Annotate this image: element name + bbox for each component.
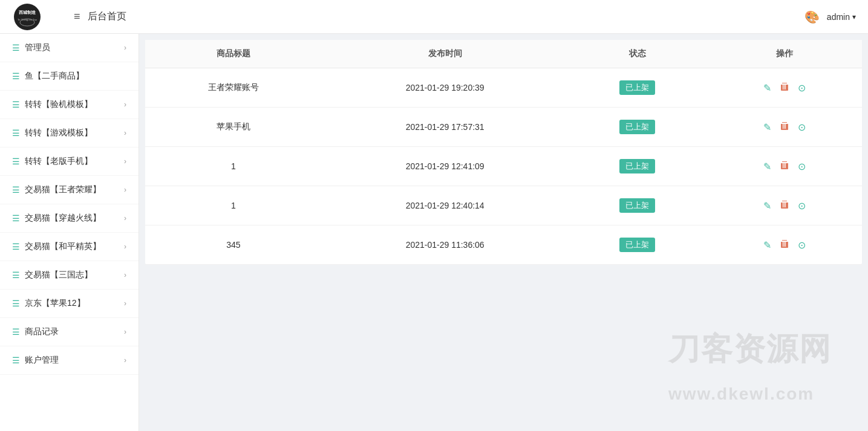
hamburger-icon: ☰ <box>12 355 20 365</box>
arrow-icon: › <box>124 242 126 251</box>
sidebar-item-transfer-verify[interactable]: ☰ 转转【验机模板】 › <box>0 91 139 119</box>
cell-status: 已上架 <box>568 186 706 225</box>
sidebar-item-left: ☰ 转转【老版手机】 <box>12 156 93 167</box>
delete-icon[interactable] <box>780 121 789 133</box>
arrow-icon: › <box>124 328 126 336</box>
col-status: 状态 <box>568 40 706 68</box>
col-time: 发布时间 <box>322 40 569 68</box>
action-icons: ✎ ⊙ <box>716 239 852 251</box>
arrow-icon: › <box>124 356 126 365</box>
edit-icon[interactable]: ✎ <box>763 239 771 251</box>
more-icon[interactable]: ⊙ <box>798 239 806 251</box>
more-icon[interactable]: ⊙ <box>798 82 806 94</box>
header-right: 🎨 admin <box>804 10 856 24</box>
hamburger-icon: ☰ <box>12 242 20 251</box>
table-wrapper: 商品标题 发布时间 状态 操作 王者荣耀账号 2021-01-29 19:20:… <box>145 40 862 265</box>
sidebar-item-label: 管理员 <box>25 42 50 53</box>
sidebar-item-trading-sanguo[interactable]: ☰ 交易猫【三国志】 › <box>0 261 139 290</box>
sidebar-item-left: ☰ 交易猫【穿越火线】 <box>12 213 101 224</box>
palette-icon[interactable]: 🎨 <box>804 10 820 24</box>
cell-time: 2021-01-29 12:40:14 <box>322 186 569 225</box>
cell-status: 已上架 <box>568 68 706 108</box>
product-table: 商品标题 发布时间 状态 操作 王者荣耀账号 2021-01-29 19:20:… <box>145 40 862 265</box>
sidebar-item-trading-crossfire[interactable]: ☰ 交易猫【穿越火线】 › <box>0 204 139 233</box>
hamburger-icon: ☰ <box>12 213 20 223</box>
sidebar-item-manager[interactable]: ☰ 管理员 › <box>0 34 139 62</box>
sidebar-item-jd-apple12[interactable]: ☰ 京东【苹果12】 › <box>0 290 139 318</box>
cell-action: ✎ ⊙ <box>706 186 862 225</box>
sidebar-item-left: ☰ 转转【验机模板】 <box>12 99 93 110</box>
sidebar-item-label: 转转【游戏模板】 <box>25 128 93 138</box>
cell-status: 已上架 <box>568 147 706 186</box>
sidebar-item-left: ☰ 账户管理 <box>12 355 59 366</box>
cell-status: 已上架 <box>568 108 706 147</box>
cell-title: 1 <box>145 186 322 225</box>
delete-icon[interactable] <box>780 160 789 172</box>
sidebar-item-label: 交易猫【王者荣耀】 <box>25 184 101 195</box>
svg-text:西城制造: 西城制造 <box>19 10 36 15</box>
cell-status: 已上架 <box>568 225 706 265</box>
sidebar-item-trading-honor[interactable]: ☰ 交易猫【王者荣耀】 › <box>0 176 139 204</box>
hamburger-icon: ☰ <box>12 299 20 308</box>
sidebar-item-label: 商品记录 <box>25 326 59 337</box>
sidebar-item-label: 账户管理 <box>25 355 59 366</box>
sidebar-item-label: 交易猫【三国志】 <box>25 270 93 280</box>
action-icons: ✎ ⊙ <box>716 121 852 133</box>
action-icons: ✎ ⊙ <box>716 82 852 94</box>
cell-action: ✎ ⊙ <box>706 108 862 147</box>
sidebar-item-label: 交易猫【穿越火线】 <box>25 213 101 224</box>
delete-icon[interactable] <box>780 82 789 94</box>
logo-svg: 西城制造 Te Cheng Zhi Zao <box>12 2 67 32</box>
main-content: 商品标题 发布时间 状态 操作 王者荣耀账号 2021-01-29 19:20:… <box>139 34 868 431</box>
sidebar-item-left: ☰ 京东【苹果12】 <box>12 298 85 309</box>
sidebar-item-label: 转转【验机模板】 <box>25 99 93 110</box>
delete-icon[interactable] <box>780 199 789 212</box>
trash-icon <box>780 239 789 248</box>
edit-icon[interactable]: ✎ <box>763 122 771 133</box>
arrow-icon: › <box>124 129 126 137</box>
edit-icon[interactable]: ✎ <box>763 161 771 172</box>
status-badge: 已上架 <box>619 198 655 213</box>
sidebar-item-label: 鱼【二手商品】 <box>25 71 84 82</box>
cell-title: 苹果手机 <box>145 108 322 147</box>
more-icon[interactable]: ⊙ <box>798 200 806 212</box>
sidebar-item-transfer-game[interactable]: ☰ 转转【游戏模板】 › <box>0 119 139 147</box>
hamburger-icon: ☰ <box>12 100 20 109</box>
sidebar-item-left: ☰ 管理员 <box>12 42 50 53</box>
hamburger-icon: ☰ <box>12 71 20 81</box>
cell-time: 2021-01-29 19:20:39 <box>322 68 569 108</box>
table-row: 1 2021-01-29 12:41:09 已上架 ✎ ⊙ <box>145 147 862 186</box>
logo-area: 西城制造 Te Cheng Zhi Zao <box>12 2 67 32</box>
sidebar-item-label: 转转【老版手机】 <box>25 156 93 167</box>
table-row: 345 2021-01-29 11:36:06 已上架 ✎ ⊙ <box>145 225 862 265</box>
menu-toggle-icon[interactable]: ≡ <box>74 10 80 23</box>
sidebar-item-secondhand[interactable]: ☰ 鱼【二手商品】 <box>0 62 139 91</box>
table-row: 王者荣耀账号 2021-01-29 19:20:39 已上架 ✎ ⊙ <box>145 68 862 108</box>
sidebar-item-account-manage[interactable]: ☰ 账户管理 › <box>0 346 139 375</box>
status-badge: 已上架 <box>619 238 655 252</box>
hamburger-icon: ☰ <box>12 128 20 138</box>
status-badge: 已上架 <box>619 80 655 95</box>
arrow-icon: › <box>124 44 126 52</box>
arrow-icon: › <box>124 186 126 194</box>
delete-icon[interactable] <box>780 239 789 251</box>
status-badge: 已上架 <box>619 120 655 134</box>
sidebar-item-product-record[interactable]: ☰ 商品记录 › <box>0 318 139 346</box>
edit-icon[interactable]: ✎ <box>763 200 771 212</box>
hamburger-icon: ☰ <box>12 43 20 53</box>
admin-dropdown[interactable]: admin <box>827 12 856 22</box>
more-icon[interactable]: ⊙ <box>798 122 806 133</box>
table-row: 1 2021-01-29 12:40:14 已上架 ✎ ⊙ <box>145 186 862 225</box>
edit-icon[interactable]: ✎ <box>763 82 771 94</box>
cell-title: 1 <box>145 147 322 186</box>
sidebar-item-label: 京东【苹果12】 <box>25 298 85 309</box>
arrow-icon: › <box>124 157 126 166</box>
more-icon[interactable]: ⊙ <box>798 161 806 172</box>
hamburger-icon: ☰ <box>12 157 20 166</box>
cell-time: 2021-01-29 12:41:09 <box>322 147 569 186</box>
sidebar-item-trading-peace[interactable]: ☰ 交易猫【和平精英】 › <box>0 233 139 261</box>
sidebar-item-left: ☰ 交易猫【三国志】 <box>12 270 93 280</box>
trash-icon <box>780 160 789 170</box>
col-action: 操作 <box>706 40 862 68</box>
sidebar-item-transfer-oldphone[interactable]: ☰ 转转【老版手机】 › <box>0 147 139 176</box>
